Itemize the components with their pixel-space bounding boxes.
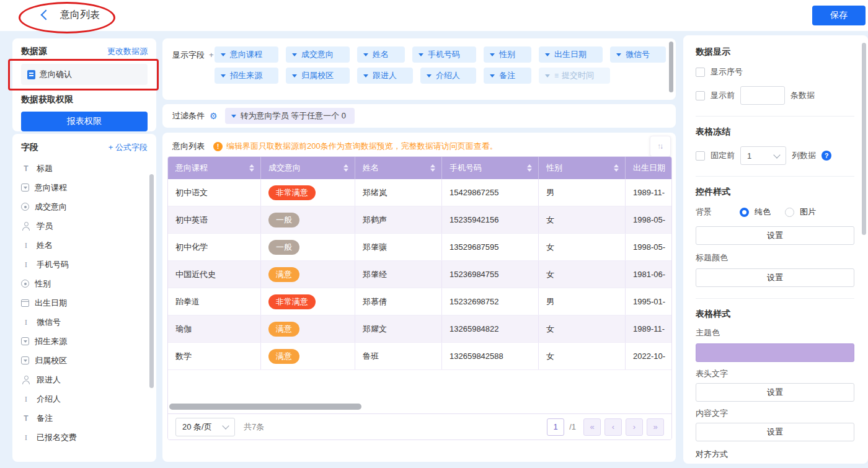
- field-tag-disabled[interactable]: ≡提交时间: [539, 68, 610, 84]
- fields-scrollbar[interactable]: [149, 174, 154, 388]
- filter-condition-tag[interactable]: 转为意向学员 等于任意一个 0: [225, 108, 355, 124]
- sort-icon[interactable]: [527, 164, 532, 172]
- cell-phone: 13529687595: [442, 234, 539, 260]
- sort-icon[interactable]: [249, 164, 254, 172]
- table-row[interactable]: 初中语文 非常满意 郑绪岚 15429867255 男 1989-11-: [168, 179, 672, 206]
- table-row[interactable]: 瑜伽 满意 郑耀文 13265984822 女 1989-11-: [168, 316, 672, 343]
- field-item[interactable]: 标题: [21, 159, 148, 178]
- user-field-icon: [21, 221, 31, 231]
- row-limit-input[interactable]: [740, 86, 785, 105]
- content-text-label: 内容文字: [696, 408, 854, 419]
- chevron-down-icon: [773, 151, 780, 158]
- column-header[interactable]: 手机号码: [442, 157, 539, 179]
- back-icon[interactable]: [41, 10, 51, 20]
- report-permission-button[interactable]: 报表权限: [21, 112, 148, 131]
- column-header[interactable]: 意向课程: [168, 157, 261, 179]
- freeze-columns-select[interactable]: 1: [740, 146, 786, 165]
- last-page-button[interactable]: »: [647, 418, 664, 436]
- field-tag[interactable]: 跟进人: [357, 68, 413, 84]
- image-radio[interactable]: [785, 208, 794, 217]
- theme-color-swatch[interactable]: [696, 343, 854, 362]
- first-page-button[interactable]: «: [583, 418, 601, 436]
- column-header[interactable]: 出生日期: [626, 157, 672, 179]
- field-tag[interactable]: 出生日期: [539, 46, 603, 63]
- header-text-set-button[interactable]: 设置: [696, 383, 854, 402]
- page-size-select[interactable]: 20 条/页: [175, 418, 235, 436]
- cell-name: 郑鹤声: [355, 206, 442, 233]
- field-tag[interactable]: 手机号码: [412, 46, 476, 63]
- show-front-checkbox[interactable]: [696, 91, 705, 100]
- add-formula-field-link[interactable]: + 公式字段: [108, 142, 148, 153]
- table-row[interactable]: 跆拳道 非常满意 郑慕倩 15232698752 男 1995-01-: [168, 288, 672, 316]
- display-fields-panel: 显示字段+ 意向课程 成交意向 姓名 手机号码 性别 出生日期 微信号 招生来源…: [162, 38, 676, 100]
- help-icon[interactable]: ?: [822, 151, 831, 161]
- field-item[interactable]: 跟进人: [21, 370, 148, 389]
- add-field-icon[interactable]: +: [209, 50, 214, 60]
- field-item[interactable]: 学员: [21, 216, 148, 236]
- display-fields-scrollbar[interactable]: [669, 42, 673, 92]
- settings-scrollbar[interactable]: [862, 43, 866, 235]
- field-tag[interactable]: 招生来源: [215, 68, 278, 84]
- title-color-set-button[interactable]: 设置: [696, 268, 854, 287]
- field-item[interactable]: 姓名: [21, 236, 148, 255]
- table-row[interactable]: 初中化学 一般 郑肇骧 13529687595 女 1998-05-: [168, 234, 672, 261]
- field-tag[interactable]: 备注: [484, 68, 531, 84]
- field-label: 归属校区: [35, 355, 67, 366]
- field-item[interactable]: 备注: [21, 408, 148, 428]
- chevron-down-icon: [418, 53, 423, 59]
- next-page-button[interactable]: ›: [626, 418, 643, 436]
- sort-icon[interactable]: [343, 164, 348, 172]
- pagination-bar: 20 条/页 共7条 1 /1 « ‹ › »: [168, 413, 671, 439]
- header-text-label: 表头文字: [696, 368, 854, 379]
- column-header[interactable]: 成交意向: [261, 157, 355, 179]
- sort-icon[interactable]: [430, 164, 435, 172]
- field-item[interactable]: 性别: [21, 274, 148, 293]
- field-item[interactable]: 介绍人: [21, 389, 148, 408]
- settings-panel: 数据显示 显示序号 显示前 条数据 表格冻结 固定前 1 列数据 ? 控件样式 …: [683, 35, 868, 464]
- field-item[interactable]: 已报名交费: [21, 428, 148, 447]
- table-row[interactable]: 中国近代史 满意 郑肇经 15236984755 女 1981-06-: [168, 261, 672, 288]
- cell-intent: 非常满意: [261, 179, 355, 206]
- field-item[interactable]: 归属校区: [21, 351, 148, 370]
- horizontal-scrollbar[interactable]: [169, 404, 361, 410]
- content-text-set-button[interactable]: 设置: [696, 423, 854, 441]
- field-tag[interactable]: 姓名: [357, 46, 405, 63]
- warning-icon: !: [213, 142, 223, 151]
- field-item[interactable]: 手机号码: [21, 255, 148, 274]
- field-tag[interactable]: 意向课程: [215, 46, 278, 63]
- cell-name: 郑慕倩: [355, 288, 442, 315]
- column-header[interactable]: 姓名: [355, 157, 442, 179]
- cell-birth: 1989-11-: [626, 179, 672, 206]
- chevron-down-icon: [221, 74, 226, 80]
- chevron-down-icon: [490, 74, 495, 80]
- sort-order-button[interactable]: ↑↓: [650, 136, 671, 157]
- prev-page-button[interactable]: ‹: [604, 418, 622, 436]
- field-tag[interactable]: 性别: [484, 46, 531, 63]
- field-item[interactable]: 成交意向: [21, 197, 148, 216]
- cell-intent: 一般: [261, 234, 355, 260]
- show-index-checkbox[interactable]: [696, 68, 705, 77]
- change-datasource-link[interactable]: 更改数据源: [107, 46, 148, 57]
- background-label: 背景: [696, 206, 734, 218]
- sort-icon[interactable]: [614, 164, 619, 172]
- field-tag[interactable]: 介绍人: [420, 68, 476, 84]
- field-tag[interactable]: 归属校区: [286, 68, 350, 84]
- current-page[interactable]: 1: [547, 418, 564, 436]
- column-header[interactable]: 性别: [539, 157, 626, 179]
- text-field-icon: [21, 260, 31, 270]
- table-row[interactable]: 数学 满意 鲁班 132659842588 女 2022-10-: [168, 343, 672, 370]
- table-row[interactable]: 初中英语 一般 郑鹤声 15235942156 女 1998-05-: [168, 206, 672, 234]
- solid-color-radio[interactable]: [740, 208, 749, 217]
- field-item[interactable]: 意向课程: [21, 178, 148, 197]
- datasource-item[interactable]: 意向确认: [21, 64, 148, 85]
- save-button[interactable]: 保存: [812, 6, 866, 25]
- gear-icon[interactable]: ⚙: [210, 111, 218, 121]
- chevron-down-icon: [363, 53, 368, 59]
- field-tag[interactable]: 微信号: [610, 46, 666, 63]
- freeze-checkbox[interactable]: [696, 151, 705, 161]
- field-item[interactable]: 微信号: [21, 312, 148, 332]
- field-item[interactable]: 招生来源: [21, 332, 148, 351]
- field-item[interactable]: 出生日期: [21, 293, 148, 312]
- field-tag[interactable]: 成交意向: [286, 46, 350, 63]
- background-set-button[interactable]: 设置: [696, 226, 854, 245]
